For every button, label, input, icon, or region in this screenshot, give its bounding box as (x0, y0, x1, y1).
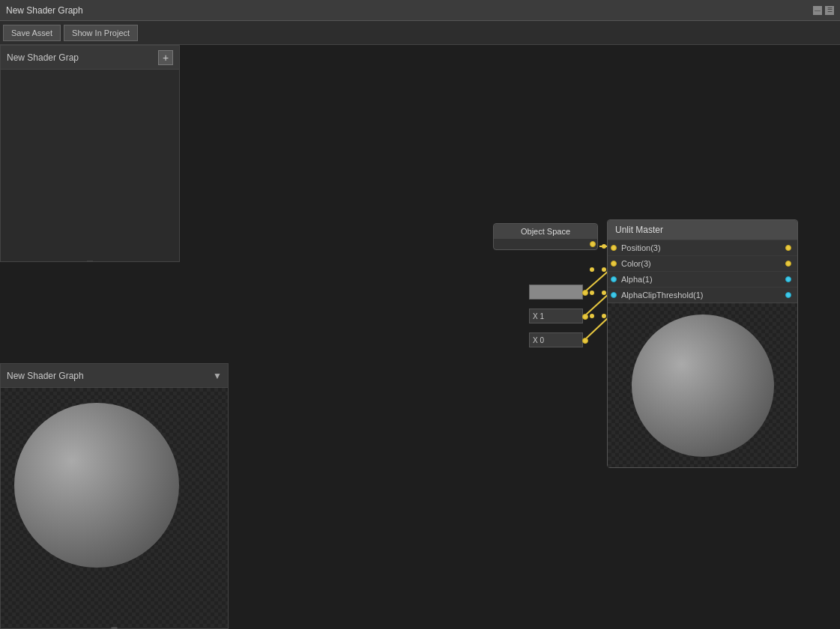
left-panel-header: New Shader Grap + (1, 46, 179, 70)
title-controls: — ☰ (813, 6, 834, 15)
num-row-color: Color(3) (608, 255, 797, 271)
left-panel-add-button[interactable]: + (158, 50, 173, 65)
num-label-alpha: Alpha(1) (621, 275, 781, 284)
num-port-alpha[interactable] (611, 276, 617, 282)
node-x1-label: X 1 (533, 312, 544, 320)
show-in-project-button[interactable]: Show In Project (64, 25, 138, 41)
num-port-out-position (785, 245, 791, 251)
blp-resize[interactable]: ▬ (107, 624, 122, 628)
nos-title: Object Space (521, 227, 570, 236)
left-panel-resize[interactable]: — (82, 257, 97, 261)
blp-sphere (14, 403, 179, 568)
minimize-button[interactable]: — (813, 6, 822, 15)
color-output-port[interactable] (582, 290, 588, 296)
num-port-color[interactable] (611, 261, 617, 267)
color-swatch (530, 285, 582, 299)
nos-output-port[interactable] (590, 241, 596, 247)
num-port-alphaclip[interactable] (611, 292, 617, 298)
left-panel: New Shader Grap + — (0, 45, 180, 262)
svg-point-11 (602, 314, 606, 318)
left-panel-content: — (1, 70, 179, 261)
node-object-space[interactable]: Object Space (493, 223, 598, 250)
num-label-alphaclip: AlphaClipThreshold(1) (621, 291, 781, 300)
svg-point-9 (602, 291, 606, 295)
svg-point-5 (602, 244, 606, 249)
num-preview-sphere (632, 314, 774, 457)
svg-line-3 (584, 316, 610, 340)
node-x1[interactable]: X 1 (529, 309, 583, 323)
num-port-out-alpha (785, 276, 791, 282)
svg-point-6 (590, 267, 594, 272)
num-port-out-color (785, 261, 791, 267)
num-label-position: Position(3) (621, 243, 781, 252)
canvas-area[interactable]: New Shader Grap + — New Shader Graph ▼ ▬… (0, 45, 840, 629)
blp-canvas: ▬ (1, 388, 228, 628)
node-x0-label: X 0 (533, 336, 544, 344)
toolbar: Save Asset Show In Project (0, 21, 840, 45)
title-bar: New Shader Graph — ☰ (0, 0, 840, 21)
blp-title: New Shader Graph (7, 371, 84, 381)
svg-point-8 (590, 291, 594, 295)
svg-point-10 (590, 314, 594, 318)
title-text: New Shader Graph (6, 5, 813, 16)
left-panel-title: New Shader Grap (7, 52, 79, 63)
svg-line-1 (584, 270, 610, 292)
svg-point-7 (602, 267, 606, 272)
num-header: Unlit Master (608, 220, 797, 240)
node-unlit-master[interactable]: Unlit Master Position(3) Color(3) Alpha(… (607, 219, 798, 468)
svg-line-2 (584, 293, 610, 316)
num-port-position[interactable] (611, 245, 617, 251)
blp-expand-arrow[interactable]: ▼ (213, 371, 222, 381)
x1-output-port[interactable] (582, 314, 588, 320)
num-row-alpha: Alpha(1) (608, 271, 797, 287)
x0-output-port[interactable] (582, 338, 588, 344)
menu-button[interactable]: ☰ (825, 6, 834, 15)
num-preview (608, 303, 797, 467)
node-x0[interactable]: X 0 (529, 332, 583, 347)
nos-output-row (494, 239, 597, 249)
num-label-color: Color(3) (621, 259, 781, 268)
blp-header: New Shader Graph ▼ (1, 364, 228, 388)
num-port-out-alphaclip (785, 292, 791, 298)
num-title: Unlit Master (615, 225, 663, 235)
save-asset-button[interactable]: Save Asset (3, 25, 61, 41)
bottom-left-preview: New Shader Graph ▼ ▬ (0, 363, 229, 629)
num-row-position: Position(3) (608, 240, 797, 255)
num-row-alphaclip: AlphaClipThreshold(1) (608, 287, 797, 303)
nos-header: Object Space (494, 224, 597, 239)
node-color[interactable] (529, 285, 583, 300)
